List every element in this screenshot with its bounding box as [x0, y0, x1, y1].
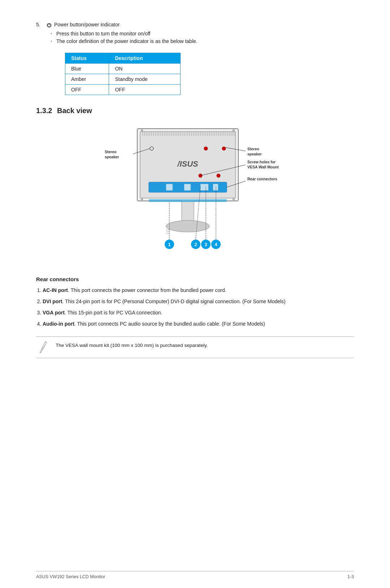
svg-rect-65 [200, 184, 208, 190]
svg-text:/ISUS: /ISUS [177, 159, 198, 168]
table-row: Blue ON [65, 64, 181, 74]
table-cell-desc-2: Standby mode [109, 74, 181, 85]
svg-point-70 [233, 129, 235, 132]
svg-text:2: 2 [194, 242, 197, 247]
table-header-description: Description [109, 53, 181, 64]
bullet-item-2: The color definition of the power indica… [51, 38, 354, 44]
svg-rect-73 [149, 199, 227, 202]
svg-text:speaker: speaker [105, 155, 119, 159]
footer-left: ASUS VW192 Series LCD Monitor [36, 574, 105, 579]
item-number: 5. [36, 22, 46, 27]
connector-3-bold: VGA port [43, 310, 65, 316]
connector-list: AC-IN port. This port connects the power… [43, 287, 354, 328]
diagram-area: /ISUS [36, 121, 354, 266]
table-cell-desc-3: OFF [109, 85, 181, 95]
svg-rect-63 [166, 184, 173, 190]
svg-text:Stereo: Stereo [105, 150, 117, 154]
section-132-heading: 1.3.2 Back view [36, 107, 354, 115]
svg-rect-66 [213, 184, 218, 190]
section-132-number: 1.3.2 [36, 107, 52, 115]
table-row: Amber Standby mode [65, 74, 181, 85]
svg-rect-64 [184, 184, 191, 190]
connector-1-bold: AC-IN port [43, 287, 68, 293]
svg-text:1: 1 [168, 242, 170, 247]
svg-text:Screw holes for: Screw holes for [247, 160, 276, 164]
list-item-1: AC-IN port. This port connects the power… [43, 287, 354, 294]
list-item-2: DVI port. This 24-pin port is for PC (Pe… [43, 298, 354, 305]
status-table: Status Description Blue ON Amber Standby… [65, 53, 181, 95]
svg-point-58 [222, 147, 226, 150]
section-132-title: Back view [57, 107, 92, 115]
page-content: 5. Power button/power indicator Press th… [0, 0, 390, 391]
table-cell-status-2: Amber [65, 74, 109, 85]
table-cell-status-1: Blue [65, 64, 109, 74]
table-header-status: Status [65, 53, 109, 64]
connector-2-text: . This 24-pin port is for PC (Personal C… [62, 299, 285, 304]
connector-4-text: . This port connects PC audio source by … [74, 321, 265, 327]
note-box: The VESA wall mount kit (100 mm x 100 mm… [36, 336, 354, 358]
svg-text:4: 4 [214, 242, 217, 247]
connector-3-text: . This 15-pin port is for PC VGA connect… [65, 310, 162, 316]
section-power-button: 5. Power button/power indicator Press th… [36, 22, 354, 44]
connector-2-bold: DVI port [43, 299, 62, 304]
footer-right: 1-3 [347, 574, 354, 579]
table-row: OFF OFF [65, 85, 181, 95]
svg-point-72 [233, 198, 235, 200]
svg-point-69 [141, 129, 143, 132]
svg-point-57 [204, 147, 208, 150]
power-icon [46, 22, 53, 28]
note-icon [36, 340, 51, 354]
rear-connectors-heading: Rear connectors [36, 276, 354, 282]
svg-point-71 [141, 198, 143, 200]
table-cell-status-3: OFF [65, 85, 109, 95]
list-item-3: VGA port. This 15-pin port is for PC VGA… [43, 309, 354, 317]
svg-point-61 [217, 174, 220, 177]
footer: ASUS VW192 Series LCD Monitor 1-3 [36, 571, 354, 579]
table-cell-desc-1: ON [109, 64, 181, 74]
connector-4-bold: Audio-in port [43, 321, 74, 327]
svg-rect-67 [182, 201, 194, 223]
svg-text:speaker: speaker [247, 152, 262, 156]
power-button-label: Power button/power indicator [54, 22, 120, 27]
list-item-4: Audio-in port. This port connects PC aud… [43, 320, 354, 328]
power-bullet-list: Press this button to turn the monitor on… [51, 31, 354, 44]
monitor-illustration: /ISUS [94, 121, 296, 266]
svg-point-68 [166, 220, 209, 232]
monitor-svg: /ISUS [94, 121, 296, 262]
svg-text:VESA Wall Mount: VESA Wall Mount [247, 165, 279, 169]
svg-text:Rear connectors: Rear connectors [247, 177, 277, 181]
status-table-wrapper: Status Description Blue ON Amber Standby… [65, 53, 354, 95]
connector-1-text: . This port connects the power connector… [68, 287, 226, 293]
bullet-item-1: Press this button to turn the monitor on… [51, 31, 354, 37]
svg-text:3: 3 [204, 242, 207, 247]
note-text: The VESA wall mount kit (100 mm x 100 mm… [56, 340, 208, 349]
svg-text:Stereo: Stereo [247, 147, 259, 151]
